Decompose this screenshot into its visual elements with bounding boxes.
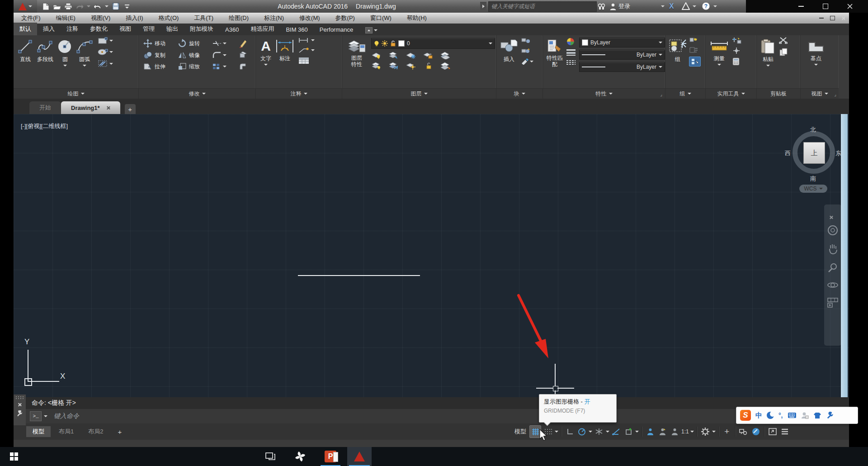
command-drag-handle[interactable] <box>16 396 24 399</box>
ime-profile-icon[interactable] <box>801 412 809 419</box>
panel-label-groups[interactable]: 组 <box>665 88 705 99</box>
table-tool[interactable] <box>298 57 315 64</box>
annotation-scale-button[interactable] <box>669 426 680 437</box>
viewcube[interactable]: 北 南 西 东 上 WCS <box>788 128 840 195</box>
save-button[interactable] <box>112 2 120 10</box>
zoom-icon[interactable] <box>827 262 838 273</box>
new-layout-button[interactable]: + <box>111 426 128 437</box>
ribbon-tab-parametric[interactable]: 参数化 <box>84 23 113 35</box>
layer-lock-tool[interactable] <box>423 52 434 59</box>
ribbon-tab-output[interactable]: 输出 <box>160 23 184 35</box>
menu-item-modify[interactable]: 修改(M) <box>292 14 328 22</box>
panel-expander-icon[interactable]: ⌟ <box>834 92 836 97</box>
workspace-switch-button[interactable] <box>700 426 711 437</box>
match-properties-button[interactable]: 特性匹配 <box>547 35 563 72</box>
player-close-button[interactable] <box>847 4 853 9</box>
panel-label-clipboard[interactable]: 剪贴板 <box>757 88 800 99</box>
viewport-controls[interactable]: [-][俯视][二维线框] <box>21 122 68 130</box>
new-file-button[interactable] <box>42 2 50 10</box>
create-block-tool[interactable] <box>521 48 531 54</box>
layer-on-all-tool[interactable] <box>371 62 382 70</box>
help-search-input[interactable]: 键入关键字或短语 <box>488 1 597 12</box>
autoscale-toggle[interactable] <box>657 426 668 437</box>
player-app-button[interactable] <box>289 447 311 466</box>
clean-screen-button[interactable] <box>767 426 778 437</box>
doc-close-button[interactable] <box>841 16 845 20</box>
signin-dropdown-icon[interactable] <box>661 5 665 7</box>
undo-button[interactable] <box>94 2 102 10</box>
vertical-scrollbar[interactable] <box>841 114 848 397</box>
menu-item-help[interactable]: 帮助(H) <box>399 14 434 22</box>
redo-dropdown-icon[interactable] <box>87 5 90 7</box>
lineweight-icon[interactable] <box>566 49 576 56</box>
wcs-menu[interactable]: WCS <box>799 185 827 193</box>
a360-icon[interactable] <box>682 2 690 10</box>
linear-dim-tool[interactable] <box>298 37 315 43</box>
ime-cn-mode-button[interactable]: 中 <box>755 411 762 420</box>
workspace-dropdown-icon[interactable] <box>712 431 716 433</box>
menu-item-view[interactable]: 视图(V) <box>83 14 118 22</box>
ime-settings-icon[interactable] <box>826 412 834 419</box>
ellipse-tool[interactable] <box>98 48 113 56</box>
quick-select-tool[interactable] <box>732 37 741 44</box>
panel-label-properties[interactable]: 特性⌟ <box>543 88 665 99</box>
fillet-tool[interactable] <box>212 52 234 59</box>
panel-label-utilities[interactable]: 实用工具 <box>706 88 756 99</box>
player-minimize-button[interactable] <box>798 6 804 7</box>
layout-tab-layout1[interactable]: 布局1 <box>52 426 80 437</box>
menu-item-file[interactable]: 文件(F) <box>14 14 48 22</box>
stretch-tool[interactable]: 拉伸 <box>143 62 173 71</box>
polyline-tool[interactable]: 多段线 <box>36 35 54 67</box>
isodraft-dropdown-icon[interactable] <box>606 431 609 433</box>
start-button[interactable] <box>0 447 28 466</box>
paste-button[interactable]: 粘贴 <box>760 35 776 67</box>
customize-status-button[interactable] <box>779 426 790 437</box>
trim-tool[interactable] <box>212 40 234 47</box>
circle-tool[interactable]: 圆 <box>57 35 73 67</box>
file-tab-start[interactable]: 开始 <box>29 101 61 114</box>
menu-item-draw[interactable]: 绘图(D) <box>221 14 256 22</box>
pan-icon[interactable] <box>827 243 838 255</box>
viewcube-top-face[interactable]: 上 <box>803 142 825 164</box>
powerpoint-app-button[interactable]: P <box>319 447 342 466</box>
annotation-monitor-button[interactable]: + <box>722 426 732 437</box>
layer-unlock-all-tool[interactable] <box>423 62 434 70</box>
copy-tool[interactable]: 复制 <box>143 51 173 59</box>
menu-item-parametric[interactable]: 参数(P) <box>328 14 363 22</box>
close-icon[interactable] <box>106 106 110 110</box>
hatch-tool[interactable] <box>98 60 113 67</box>
ime-keyboard-icon[interactable] <box>788 412 797 418</box>
a360-dropdown-icon[interactable] <box>693 5 696 7</box>
menu-item-insert[interactable]: 插入(I) <box>118 14 151 22</box>
undo-dropdown-icon[interactable] <box>105 5 108 7</box>
ime-punctuation-button[interactable]: °, <box>778 412 783 419</box>
isolate-objects-button[interactable] <box>738 426 749 437</box>
layer-select-combo[interactable]: 0 <box>371 38 495 49</box>
layout-tab-model[interactable]: 模型 <box>26 426 51 437</box>
search-expand-button[interactable] <box>480 2 486 10</box>
viewcube-north[interactable]: 北 <box>810 126 816 134</box>
scale-tool[interactable]: 缩放 <box>178 62 208 71</box>
layer-freeze-tool[interactable] <box>406 52 416 59</box>
app-menu-button[interactable] <box>14 0 37 13</box>
line-tool[interactable]: 直线 <box>17 35 33 67</box>
help-dropdown-icon[interactable] <box>713 5 717 7</box>
layer-prev-tool[interactable] <box>388 62 399 70</box>
navbar-close-icon[interactable] <box>829 215 833 219</box>
panel-label-layers[interactable]: 图层 <box>342 88 496 99</box>
autocad-app-button[interactable] <box>347 447 372 466</box>
leader-tool[interactable] <box>298 47 315 53</box>
orbit-icon[interactable] <box>827 280 839 290</box>
player-maximize-button[interactable] <box>823 4 828 9</box>
linetype-icon[interactable] <box>566 59 576 66</box>
task-view-button[interactable] <box>259 447 281 466</box>
move-tool[interactable]: 移动 <box>143 39 173 48</box>
search-icon[interactable] <box>598 3 605 10</box>
layer-off-tool[interactable] <box>371 52 382 59</box>
hardware-acceleration-button[interactable] <box>750 426 761 437</box>
text-tool[interactable]: A 文字 <box>260 35 271 66</box>
menu-item-format[interactable]: 格式(O) <box>151 14 187 22</box>
ribbon-tab-bim360[interactable]: BIM 360 <box>280 24 313 35</box>
isodraft-toggle[interactable] <box>594 426 604 437</box>
sogou-logo-icon[interactable]: S <box>740 410 751 421</box>
